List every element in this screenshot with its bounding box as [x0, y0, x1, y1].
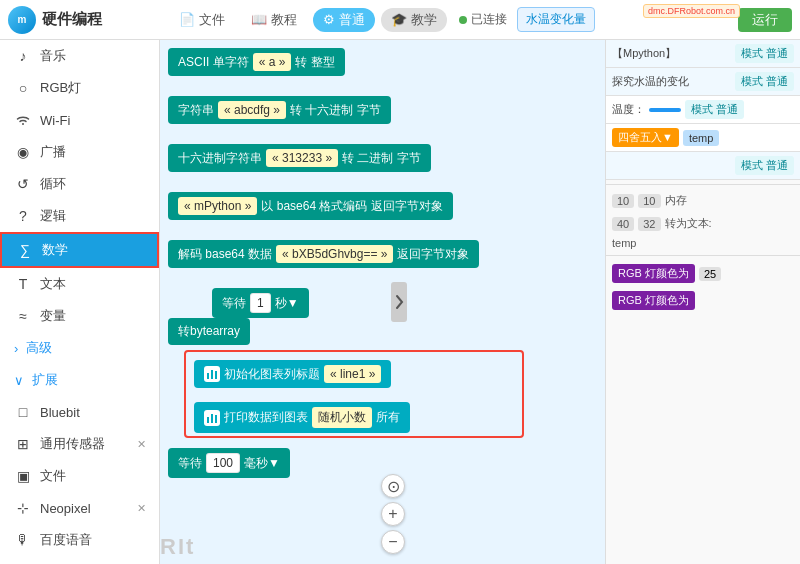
- wait-100ms-block[interactable]: 等待 100 毫秒▼: [168, 448, 290, 478]
- sidebar-item-files[interactable]: ▣ 文件: [0, 460, 159, 492]
- mode-teach-button[interactable]: 🎓 教学: [381, 8, 447, 32]
- rp-divider-2: [606, 255, 800, 256]
- files-icon: ▣: [14, 467, 32, 485]
- sidebar-item-wifi[interactable]: Wi-Fi: [0, 104, 159, 136]
- rp-row-3: 温度： 模式 普通: [606, 96, 800, 124]
- collapse-arrow-icon: ∨: [14, 373, 24, 388]
- sensor-remove-button[interactable]: ✕: [134, 437, 149, 452]
- wait-block[interactable]: 等待 1 秒▼: [212, 288, 309, 318]
- sidebar-item-sensor[interactable]: ⊞ 通用传感器 ✕: [0, 428, 159, 460]
- teach-icon: 🎓: [391, 12, 407, 27]
- sidebar-item-logic[interactable]: ? 逻辑: [0, 200, 159, 232]
- music-icon: ♪: [14, 47, 32, 65]
- broadcast-icon: ◉: [14, 143, 32, 161]
- rgb-icon: ○: [14, 79, 32, 97]
- neopixel-icon: ⊹: [14, 499, 32, 517]
- rp-row-1: 【Mpython】 模式 普通: [606, 40, 800, 68]
- tutorial-button[interactable]: 📖 教程: [241, 7, 307, 33]
- mode-normal-button[interactable]: ⚙ 普通: [313, 8, 375, 32]
- scroll-right-arrow[interactable]: [391, 282, 407, 322]
- sidebar-item-broadcast[interactable]: ◉ 广播: [0, 136, 159, 168]
- rp-temp-row: temp: [606, 235, 800, 251]
- sidebar-item-baidu[interactable]: 🎙 百度语音: [0, 524, 159, 556]
- decode-b64-block[interactable]: 解码 base64 数据 « bXB5dGhvbg== » 返回字节对象: [168, 240, 479, 268]
- chart-icon-print: [204, 410, 220, 426]
- sidebar-item-music[interactable]: ♪ 音乐: [0, 40, 159, 72]
- workspace: ASCII 单字符 « a » 转 整型 字符串 « abcdfg » 转 十六…: [160, 40, 605, 564]
- svg-rect-2: [215, 371, 217, 379]
- connection-status: 已连接: [459, 11, 507, 28]
- ascii-block[interactable]: ASCII 单字符 « a » 转 整型: [168, 48, 345, 76]
- water-temp-button[interactable]: 水温变化量: [517, 7, 595, 32]
- app-logo-icon: m: [8, 6, 36, 34]
- hex-bin-block[interactable]: 十六进制字符串 « 313233 » 转 二进制 字节: [168, 144, 431, 172]
- sidebar-item-neopixel[interactable]: ⊹ Neopixel ✕: [0, 492, 159, 524]
- svg-rect-4: [211, 414, 213, 423]
- zoom-center-button[interactable]: ⊙: [381, 474, 405, 498]
- logo-area: m 硬件编程: [8, 6, 163, 34]
- sidebar-expand-advanced[interactable]: › 高级: [0, 332, 159, 364]
- rp-numbers-row-2: 40 32 转为文本:: [606, 212, 800, 235]
- bluebit-icon: □: [14, 403, 32, 421]
- file-icon: 📄: [179, 12, 195, 28]
- string-hex-block[interactable]: 字符串 « abcdfg » 转 十六进制 字节: [168, 96, 391, 124]
- sidebar-item-variable[interactable]: ≈ 变量: [0, 300, 159, 332]
- file-button[interactable]: 📄 文件: [169, 7, 235, 33]
- sidebar-expand-extensions[interactable]: ∨ 扩展: [0, 364, 159, 396]
- rp-divider-1: [606, 184, 800, 185]
- zoom-controls: ⊙ + −: [381, 474, 405, 554]
- rp-rgb-row-2: RGB 灯颜色为: [606, 287, 800, 314]
- sidebar-item-math[interactable]: ∑ 数学: [0, 232, 159, 268]
- tutorial-icon: 📖: [251, 12, 267, 28]
- rp-row-4: 四舍五入▼ temp: [606, 124, 800, 152]
- baidu-icon: 🎙: [14, 531, 32, 549]
- loop-icon: ↺: [14, 175, 32, 193]
- zoom-out-button[interactable]: −: [381, 530, 405, 554]
- logic-icon: ?: [14, 207, 32, 225]
- rp-numbers-row-1: 10 10 内存: [606, 189, 800, 212]
- sidebar-item-rgb[interactable]: ○ RGB灯: [0, 72, 159, 104]
- main-layout: ♪ 音乐 ○ RGB灯 Wi-Fi ◉ 广播 ↺ 循环 ?: [0, 40, 800, 564]
- init-chart-block[interactable]: 初始化图表列标题 « line1 »: [194, 360, 391, 388]
- chart-icon-init: [204, 366, 220, 382]
- right-panel: 【Mpython】 模式 普通 探究水温的变化 模式 普通 温度： 模式 普通 …: [605, 40, 800, 564]
- wifi-icon: [14, 111, 32, 129]
- svg-rect-3: [207, 417, 209, 423]
- sidebar-item-yinpin[interactable]: ♫ 音频: [0, 556, 159, 564]
- bytearray-block[interactable]: 转bytearray: [168, 318, 250, 345]
- print-chart-block[interactable]: 打印数据到图表 随机小数 所有: [194, 402, 410, 433]
- svg-rect-5: [215, 415, 217, 423]
- mpython-b64-block[interactable]: « mPython » 以 base64 格式编码 返回字节对象: [168, 192, 453, 220]
- math-icon: ∑: [16, 241, 34, 259]
- sidebar-item-bluebit[interactable]: □ Bluebit: [0, 396, 159, 428]
- svg-rect-1: [211, 370, 213, 379]
- status-dot: [459, 16, 467, 24]
- neopixel-remove-button[interactable]: ✕: [134, 501, 149, 516]
- variable-icon: ≈: [14, 307, 32, 325]
- app-title: 硬件编程: [42, 10, 102, 29]
- sidebar-item-loop[interactable]: ↺ 循环: [0, 168, 159, 200]
- top-bar: m 硬件编程 📄 文件 📖 教程 ⚙ 普通 🎓 教学 已连接 水温变化量 运行 …: [0, 0, 800, 40]
- watermark-text: RIt: [160, 534, 195, 560]
- sidebar: ♪ 音乐 ○ RGB灯 Wi-Fi ◉ 广播 ↺ 循环 ?: [0, 40, 160, 564]
- sensor-icon: ⊞: [14, 435, 32, 453]
- run-button[interactable]: 运行: [738, 8, 792, 32]
- zoom-in-button[interactable]: +: [381, 502, 405, 526]
- rp-row-5: 模式 普通: [606, 152, 800, 180]
- expand-arrow-icon: ›: [14, 341, 18, 356]
- rp-rgb-row-1: RGB 灯颜色为 25: [606, 260, 800, 287]
- mode-icon: ⚙: [323, 12, 335, 27]
- svg-rect-0: [207, 373, 209, 379]
- rp-row-2: 探究水温的变化 模式 普通: [606, 68, 800, 96]
- sidebar-item-text[interactable]: T 文本: [0, 268, 159, 300]
- text-icon: T: [14, 275, 32, 293]
- df-badge: dmc.DFRobot.com.cn: [643, 4, 740, 18]
